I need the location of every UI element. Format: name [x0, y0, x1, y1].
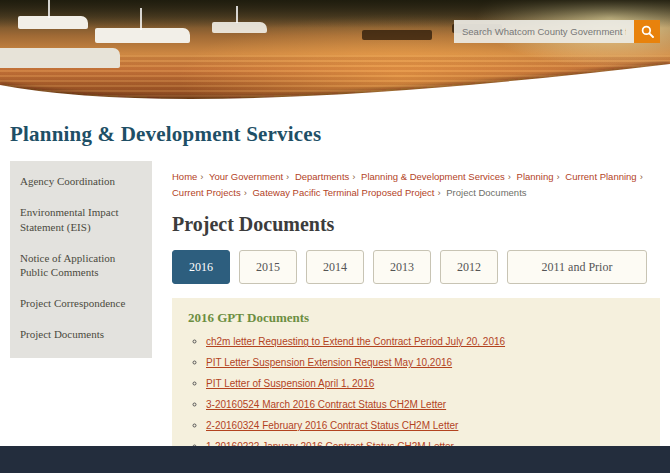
boat-shape — [18, 16, 88, 29]
breadcrumb-separator: › — [286, 171, 289, 182]
document-link[interactable]: 3-20160524 March 2016 Contract Status CH… — [206, 399, 446, 410]
year-tab[interactable]: 2016 — [172, 250, 230, 284]
mast-shape — [140, 8, 142, 30]
mast-shape — [48, 0, 50, 18]
sidebar-item[interactable]: Project Correspondence — [10, 288, 152, 319]
year-tab[interactable]: 2011 and Prior — [507, 250, 647, 284]
breadcrumb-item[interactable]: Project Documents — [446, 187, 526, 198]
documents-list: ch2m letter Requesting to Extend the Con… — [188, 336, 644, 452]
breadcrumb-separator: › — [352, 171, 355, 182]
breadcrumb-item[interactable]: Gateway Pacific Terminal Proposed Projec… — [252, 187, 434, 198]
document-link[interactable]: ch2m letter Requesting to Extend the Con… — [206, 336, 505, 347]
sidebar-item[interactable]: Notice of Application Public Comments — [10, 243, 152, 289]
breadcrumb-separator: › — [508, 171, 511, 182]
page-title: Planning & Development Services — [0, 122, 670, 147]
year-tabs: 2016 2015 2014 2013 2012 2011 and Prior — [172, 250, 660, 284]
breadcrumb-separator: › — [640, 171, 643, 182]
document-list-item: PIT Letter of Suspension April 1, 2016 — [206, 378, 644, 389]
main-column: Home› Your Government› Departments› Plan… — [172, 161, 660, 473]
year-tab[interactable]: 2015 — [239, 250, 297, 284]
sidebar-nav: Agency Coordination Environmental Impact… — [10, 161, 152, 358]
breadcrumb-separator: › — [437, 187, 440, 198]
sidebar-item[interactable]: Environmental Impact Statement (EIS) — [10, 197, 152, 243]
content-area: Agency Coordination Environmental Impact… — [0, 161, 670, 473]
breadcrumb-item[interactable]: Current Projects — [172, 187, 241, 198]
breadcrumb-item[interactable]: Planning — [517, 171, 554, 182]
header-curve-divider — [0, 61, 670, 112]
sidebar-item[interactable]: Project Documents — [10, 319, 152, 350]
year-tab[interactable]: 2014 — [306, 250, 364, 284]
document-link[interactable]: PIT Letter Suspension Extension Request … — [206, 357, 452, 368]
document-link[interactable]: 2-20160324 February 2016 Contract Status… — [206, 420, 458, 431]
documents-heading: 2016 GPT Documents — [188, 310, 644, 326]
breadcrumb-item[interactable]: Planning & Development Services — [361, 171, 505, 182]
sidebar-item[interactable]: Agency Coordination — [10, 166, 152, 197]
boat-shape — [95, 28, 190, 43]
year-tab[interactable]: 2013 — [373, 250, 431, 284]
boat-silhouette — [362, 30, 432, 40]
breadcrumb-item[interactable]: Your Government — [209, 171, 283, 182]
document-list-item: 3-20160524 March 2016 Contract Status CH… — [206, 399, 644, 410]
mast-shape — [236, 6, 238, 23]
breadcrumb-separator: › — [200, 171, 203, 182]
breadcrumb-separator: › — [244, 187, 247, 198]
breadcrumb-item[interactable]: Departments — [295, 171, 349, 182]
document-list-item: PIT Letter Suspension Extension Request … — [206, 357, 644, 368]
search-button[interactable] — [634, 20, 660, 43]
breadcrumb-item[interactable]: Current Planning — [565, 171, 636, 182]
boat-shape — [212, 22, 267, 33]
document-list-item: ch2m letter Requesting to Extend the Con… — [206, 336, 644, 347]
breadcrumb: Home› Your Government› Departments› Plan… — [172, 169, 660, 201]
site-search — [454, 20, 660, 43]
header-banner — [0, 0, 670, 112]
search-icon — [641, 25, 654, 38]
breadcrumb-separator: › — [557, 171, 560, 182]
year-tab[interactable]: 2012 — [440, 250, 498, 284]
document-list-item: 2-20160324 February 2016 Contract Status… — [206, 420, 644, 431]
document-link[interactable]: PIT Letter of Suspension April 1, 2016 — [206, 378, 374, 389]
footer-bar — [0, 446, 670, 473]
search-input[interactable] — [454, 20, 634, 43]
breadcrumb-item[interactable]: Home — [172, 171, 197, 182]
page-heading: Project Documents — [172, 213, 660, 236]
